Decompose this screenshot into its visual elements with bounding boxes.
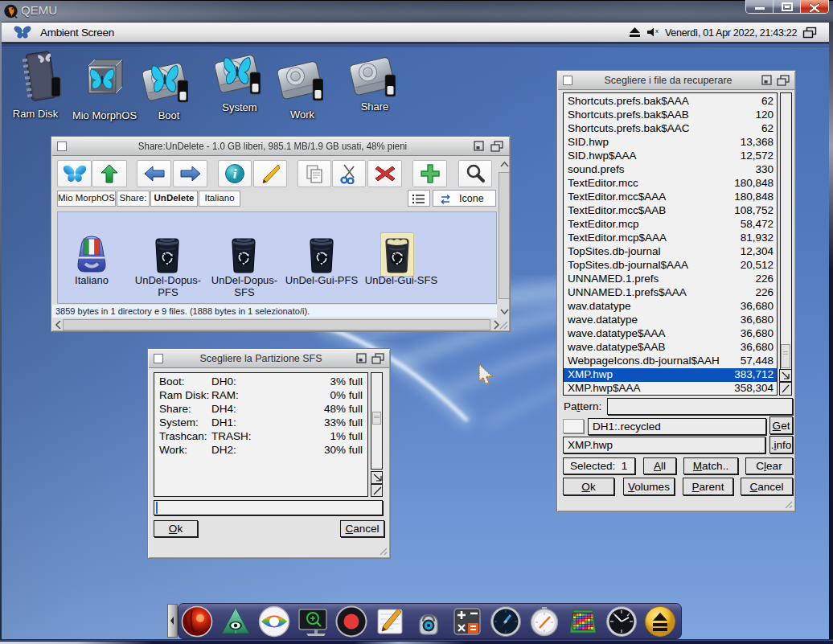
svg-text:i: i [233,166,237,182]
svg-text:x: x [655,27,659,35]
